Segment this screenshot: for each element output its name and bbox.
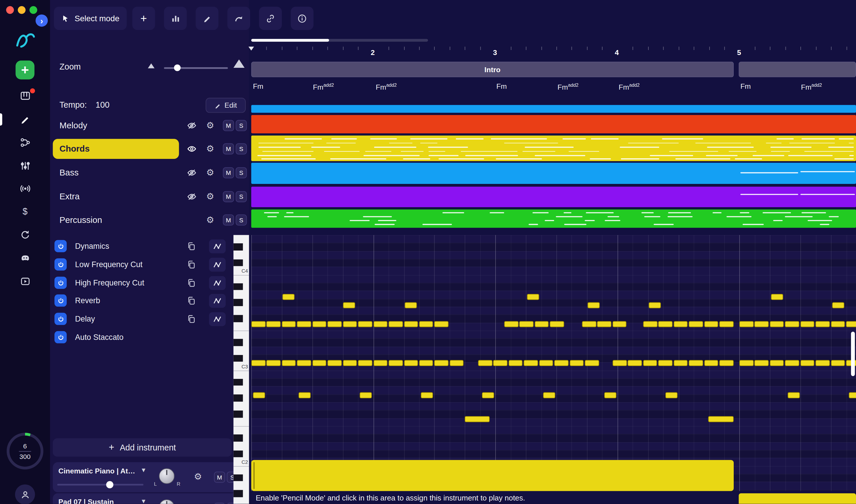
window-close-button[interactable] xyxy=(6,6,14,14)
window-minimize-button[interactable] xyxy=(18,6,25,14)
note[interactable] xyxy=(689,360,703,366)
select-mode-button[interactable]: Select mode xyxy=(54,7,127,30)
note[interactable] xyxy=(788,392,800,398)
gear-icon[interactable]: ⚙ xyxy=(194,470,202,483)
note[interactable] xyxy=(719,321,734,327)
note[interactable] xyxy=(434,360,449,366)
note[interactable] xyxy=(831,321,845,327)
note[interactable] xyxy=(405,302,417,308)
note[interactable] xyxy=(674,321,688,327)
vertical-scrollbar-thumb[interactable] xyxy=(851,332,855,376)
black-key[interactable] xyxy=(233,395,243,401)
add-button[interactable]: + xyxy=(132,7,155,30)
note[interactable] xyxy=(404,321,418,327)
eye-icon[interactable] xyxy=(187,144,196,154)
power-toggle[interactable] xyxy=(54,240,67,252)
note[interactable] xyxy=(419,321,433,327)
solo-button[interactable]: S xyxy=(235,214,247,226)
horizontal-scrollbar-thumb[interactable] xyxy=(251,39,329,42)
power-toggle[interactable] xyxy=(54,313,67,325)
note[interactable] xyxy=(846,321,856,327)
section-next[interactable] xyxy=(739,62,856,77)
region-handle[interactable] xyxy=(254,462,255,489)
pan-knob[interactable] xyxy=(159,499,174,504)
gear-icon[interactable]: ⚙ xyxy=(206,214,214,226)
billing-icon[interactable]: $ xyxy=(18,205,32,218)
note[interactable] xyxy=(543,392,555,398)
instrument-name[interactable]: Cinematic Piano | Atmo... xyxy=(58,467,139,475)
note[interactable] xyxy=(643,360,658,366)
note[interactable] xyxy=(800,321,815,327)
black-key[interactable] xyxy=(233,490,243,497)
note[interactable] xyxy=(582,321,596,327)
note[interactable] xyxy=(754,360,769,366)
tutorials-icon[interactable] xyxy=(18,274,32,288)
track-row-extra[interactable]: Extra ⚙ M S xyxy=(53,185,248,208)
gear-icon[interactable]: ⚙ xyxy=(206,119,214,131)
track-row-melody[interactable]: Melody ⚙ M S xyxy=(53,114,248,137)
eye-off-icon[interactable] xyxy=(187,121,196,130)
note[interactable] xyxy=(597,321,611,327)
pencil-editor-icon[interactable] xyxy=(18,112,32,126)
overview-strip-melody[interactable] xyxy=(251,115,856,133)
note[interactable] xyxy=(649,302,661,308)
piano-keyboard[interactable]: C4C3C2 xyxy=(233,235,249,504)
zoom-slider-thumb[interactable] xyxy=(174,64,181,71)
chord-region-block-next[interactable] xyxy=(739,493,856,504)
mixer-icon[interactable] xyxy=(18,159,32,172)
chord-label[interactable]: Fm xyxy=(740,82,751,91)
note[interactable] xyxy=(816,321,830,327)
note[interactable] xyxy=(771,294,783,300)
note[interactable] xyxy=(770,360,784,366)
copy-icon[interactable] xyxy=(187,241,196,251)
note[interactable] xyxy=(343,321,357,327)
overview-strip-bass[interactable] xyxy=(251,163,856,184)
zoom-out-icon[interactable] xyxy=(148,64,155,68)
note[interactable] xyxy=(282,321,296,327)
gear-icon[interactable]: ⚙ xyxy=(206,191,214,203)
copy-icon[interactable] xyxy=(187,278,196,288)
note[interactable] xyxy=(628,360,642,366)
black-key[interactable] xyxy=(233,283,243,290)
note[interactable] xyxy=(419,360,433,366)
mute-button[interactable]: M xyxy=(223,167,234,178)
note[interactable] xyxy=(389,321,403,327)
note[interactable] xyxy=(312,321,327,327)
black-key[interactable] xyxy=(233,259,243,266)
note[interactable] xyxy=(360,392,372,398)
note[interactable] xyxy=(298,392,311,398)
solo-button[interactable]: S xyxy=(235,120,247,131)
note[interactable] xyxy=(770,321,784,327)
note[interactable] xyxy=(816,360,830,366)
discord-icon[interactable] xyxy=(18,251,32,265)
automation-curve-button[interactable] xyxy=(209,312,226,326)
note[interactable] xyxy=(328,360,342,366)
pencil-mode-button[interactable] xyxy=(196,7,219,30)
solo-button[interactable]: S xyxy=(235,167,247,178)
note[interactable] xyxy=(535,321,549,327)
note[interactable] xyxy=(509,360,523,366)
overview-strip-extra[interactable] xyxy=(251,186,856,207)
note[interactable] xyxy=(297,321,311,327)
note[interactable] xyxy=(482,392,494,398)
black-key[interactable] xyxy=(233,434,243,442)
chord-label[interactable]: Fm xyxy=(253,82,263,91)
note[interactable] xyxy=(754,321,769,327)
note[interactable] xyxy=(343,360,357,366)
note[interactable] xyxy=(266,321,281,327)
track-row-chords[interactable]: Chords ⚙ M S xyxy=(53,137,248,161)
note[interactable] xyxy=(282,360,296,366)
note[interactable] xyxy=(504,321,519,327)
note[interactable] xyxy=(328,321,342,327)
volume-slider[interactable] xyxy=(57,484,143,486)
note[interactable] xyxy=(266,360,281,366)
note[interactable] xyxy=(520,321,534,327)
note[interactable] xyxy=(297,360,311,366)
eye-off-icon[interactable] xyxy=(187,168,196,178)
note[interactable] xyxy=(373,360,387,366)
note[interactable] xyxy=(493,360,507,366)
mute-button[interactable]: M xyxy=(214,503,225,504)
note[interactable] xyxy=(524,360,538,366)
power-toggle[interactable] xyxy=(54,331,67,343)
mute-button[interactable]: M xyxy=(223,214,234,226)
